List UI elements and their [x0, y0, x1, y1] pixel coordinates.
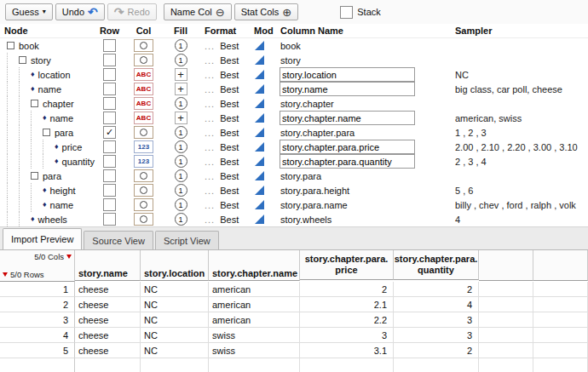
table-cell[interactable]: cheese — [75, 328, 141, 343]
column-header-story-location[interactable]: story.location — [141, 250, 209, 281]
node-label[interactable]: quantity — [62, 157, 95, 167]
character-column-icon[interactable]: ABC — [134, 97, 153, 110]
format-menu-icon[interactable]: ... — [205, 99, 215, 109]
column-name-input[interactable] — [280, 67, 415, 82]
branch-node-icon[interactable] — [31, 100, 38, 107]
table-cell[interactable]: swiss — [209, 328, 300, 343]
format-menu-icon[interactable]: ... — [205, 113, 215, 123]
node-label[interactable]: story — [31, 55, 51, 66]
table-cell[interactable]: 2.2 — [300, 312, 394, 328]
row-checkbox[interactable]: ✓ — [103, 126, 116, 139]
format-menu-icon[interactable]: ... — [205, 171, 215, 181]
format-menu-icon[interactable]: ... — [205, 186, 215, 196]
fill-plus-icon[interactable]: + — [175, 68, 187, 81]
fill-once-icon[interactable]: 1 — [175, 155, 187, 168]
no-column-icon[interactable] — [134, 39, 153, 52]
table-cell[interactable]: american — [209, 312, 300, 328]
column-header-story-name[interactable]: story.name — [75, 250, 141, 281]
row-number-cell[interactable]: 3 — [0, 312, 75, 328]
continuous-modeling-type-icon[interactable] — [255, 99, 264, 108]
format-menu-icon[interactable]: ... — [205, 215, 215, 225]
node-label[interactable]: wheels — [38, 215, 67, 225]
table-cell[interactable]: 2 — [300, 282, 394, 297]
table-cell[interactable]: american — [209, 282, 300, 297]
column-name-input[interactable] — [280, 82, 415, 96]
table-cell[interactable]: NC — [141, 343, 209, 358]
undo-button[interactable]: Undo ↶ — [55, 3, 105, 20]
table-cell[interactable]: cheese — [75, 297, 141, 312]
no-column-icon[interactable] — [134, 213, 153, 226]
branch-node-icon[interactable] — [19, 56, 26, 64]
format-menu-icon[interactable]: ... — [205, 41, 215, 51]
column-header-story-chapter-name[interactable]: story.chapter.name — [209, 250, 300, 281]
format-menu-icon[interactable]: ... — [205, 70, 215, 80]
numeric-column-icon[interactable]: 123 — [134, 140, 153, 153]
fill-plus-icon[interactable]: + — [175, 112, 187, 124]
node-label[interactable]: height — [50, 186, 76, 196]
table-cell[interactable]: cheese — [75, 282, 141, 297]
table-cell[interactable]: cheese — [75, 343, 141, 358]
row-checkbox[interactable] — [103, 155, 116, 168]
node-label[interactable]: location — [38, 70, 71, 80]
node-label[interactable]: book — [19, 41, 39, 51]
row-number-cell[interactable]: 2 — [0, 297, 75, 312]
red-triangle-menu-icon[interactable] — [3, 272, 8, 277]
node-label[interactable]: name — [50, 113, 74, 123]
continuous-modeling-type-icon[interactable] — [255, 70, 264, 79]
format-menu-icon[interactable]: ... — [205, 128, 215, 138]
character-column-icon[interactable]: ABC — [134, 83, 153, 95]
continuous-modeling-type-icon[interactable] — [255, 186, 264, 195]
node-label[interactable]: chapter — [43, 99, 74, 109]
no-column-icon[interactable] — [134, 184, 153, 197]
continuous-modeling-type-icon[interactable] — [255, 128, 264, 137]
numeric-column-icon[interactable]: 123 — [134, 155, 153, 168]
continuous-modeling-type-icon[interactable] — [255, 84, 264, 94]
row-checkbox[interactable] — [103, 169, 116, 182]
table-corner-cell[interactable]: 5/0 Cols 5/0 Rows — [0, 250, 75, 282]
table-cell[interactable]: NC — [141, 297, 209, 312]
table-cell[interactable]: 2.1 — [300, 297, 394, 312]
row-checkbox[interactable] — [103, 83, 116, 95]
branch-node-icon[interactable] — [43, 129, 50, 136]
tab-source-view[interactable]: Source View — [84, 231, 153, 249]
column-header-quantity[interactable]: story.chapter.para. quantity — [394, 250, 479, 280]
column-header-price[interactable]: story.chapter.para. price — [300, 250, 394, 280]
fill-once-icon[interactable]: 1 — [175, 169, 187, 182]
node-label[interactable]: para — [43, 171, 61, 181]
branch-node-icon[interactable] — [31, 172, 38, 180]
row-number-cell[interactable]: 5 — [0, 343, 75, 358]
continuous-modeling-type-icon[interactable] — [255, 41, 264, 50]
table-cell[interactable]: 2 — [394, 282, 479, 297]
table-cell[interactable]: 3.1 — [300, 343, 394, 358]
redo-button[interactable]: ↷ Redo — [107, 3, 157, 20]
row-checkbox[interactable] — [103, 184, 116, 197]
table-cell[interactable]: 3 — [300, 328, 394, 343]
stat-cols-button[interactable]: Stat Cols ⊕ — [234, 3, 299, 20]
format-menu-icon[interactable]: ... — [205, 200, 215, 210]
branch-node-icon[interactable] — [7, 42, 14, 49]
row-checkbox[interactable] — [103, 97, 116, 110]
table-cell[interactable]: NC — [141, 312, 209, 328]
fill-plus-icon[interactable]: + — [175, 83, 187, 95]
table-cell[interactable]: cheese — [75, 312, 141, 328]
table-cell[interactable]: 2 — [394, 343, 479, 358]
column-name-input[interactable] — [280, 140, 415, 154]
fill-once-icon[interactable]: 1 — [175, 184, 187, 197]
fill-once-icon[interactable]: 1 — [175, 97, 187, 110]
row-number-cell[interactable]: 1 — [0, 282, 75, 297]
continuous-modeling-type-icon[interactable] — [255, 215, 264, 224]
table-cell[interactable]: 3 — [394, 312, 479, 328]
continuous-modeling-type-icon[interactable] — [255, 113, 264, 123]
fill-once-icon[interactable]: 1 — [175, 140, 187, 153]
column-name-input[interactable] — [280, 111, 415, 125]
fill-once-icon[interactable]: 1 — [175, 126, 187, 139]
table-cell[interactable]: NC — [141, 328, 209, 343]
row-checkbox[interactable] — [103, 39, 116, 52]
continuous-modeling-type-icon[interactable] — [255, 142, 264, 152]
table-cell[interactable]: 4 — [394, 297, 479, 312]
no-column-icon[interactable] — [134, 169, 153, 182]
format-menu-icon[interactable]: ... — [205, 142, 215, 152]
row-number-cell[interactable]: 4 — [0, 328, 75, 343]
format-menu-icon[interactable]: ... — [205, 84, 215, 94]
row-checkbox[interactable] — [103, 140, 116, 153]
